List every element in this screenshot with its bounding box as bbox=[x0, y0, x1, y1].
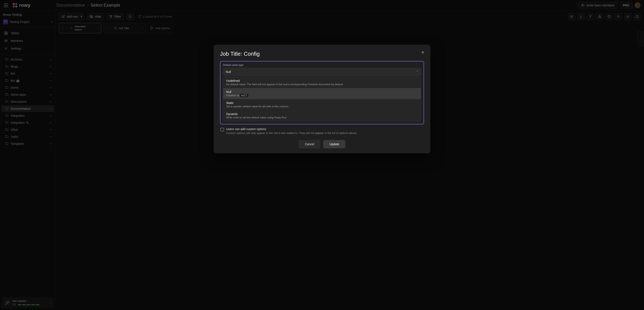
custom-options-label: Users can add custom options bbox=[226, 127, 357, 131]
dropdown-option-static[interactable]: StaticSet a specific default value for a… bbox=[223, 99, 421, 110]
option-description: Write code to set the default value usin… bbox=[226, 116, 418, 119]
default-value-type-select[interactable]: Null ˄ bbox=[223, 68, 421, 76]
dropdown-option-undefined[interactable]: UndefinedNo default value. The field wil… bbox=[223, 77, 421, 88]
custom-options-description: Custom options will only appear in the r… bbox=[226, 131, 357, 135]
close-icon bbox=[421, 50, 425, 54]
dropdown-option-dynamic[interactable]: DynamicWrite code to set the default val… bbox=[223, 110, 421, 121]
custom-options-checkbox[interactable] bbox=[220, 128, 224, 131]
option-description: No default value. The field will not app… bbox=[226, 83, 418, 86]
option-title: Null bbox=[226, 90, 418, 94]
cancel-button[interactable]: Cancel bbox=[299, 140, 320, 148]
option-description: Set a specific default value for all cel… bbox=[226, 105, 418, 108]
close-button[interactable] bbox=[419, 49, 426, 56]
option-title: Undefined bbox=[226, 79, 418, 83]
config-modal: Job Title: Config Default value type Nul… bbox=[214, 45, 430, 153]
option-description: Initialise as null. bbox=[226, 94, 418, 97]
modal-overlay: Job Title: Config Default value type Nul… bbox=[0, 0, 644, 310]
select-value: Null bbox=[226, 70, 231, 74]
option-title: Static bbox=[226, 101, 418, 105]
option-title: Dynamic bbox=[226, 112, 418, 116]
default-value-dropdown: UndefinedNo default value. The field wil… bbox=[223, 77, 421, 121]
chevron-up-icon: ˄ bbox=[417, 70, 418, 74]
dropdown-option-null[interactable]: NullInitialise as null. bbox=[223, 88, 421, 99]
update-button[interactable]: Update bbox=[323, 140, 345, 148]
modal-title: Job Title: Config bbox=[220, 51, 424, 57]
default-value-type-label: Default value type bbox=[223, 64, 421, 67]
